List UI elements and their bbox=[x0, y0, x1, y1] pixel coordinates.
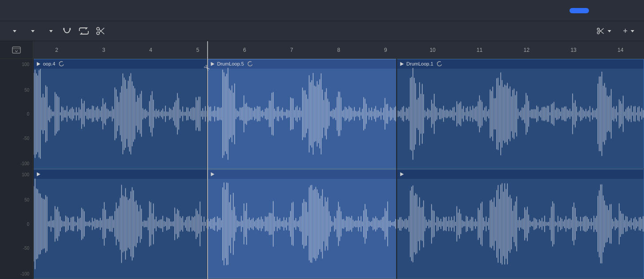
y-label: 0 bbox=[27, 112, 29, 116]
ruler-mark: 2 bbox=[55, 47, 59, 53]
ruler-mark: 11 bbox=[477, 47, 483, 53]
ruler-mark: 13 bbox=[570, 47, 576, 53]
waveform-canvas-1 bbox=[33, 59, 644, 169]
fonctions-menu[interactable] bbox=[24, 28, 39, 34]
y-label: -50 bbox=[23, 246, 29, 251]
tab-piste[interactable] bbox=[569, 8, 589, 13]
waveform-canvas-2 bbox=[33, 169, 644, 279]
tab-fichier[interactable] bbox=[593, 8, 612, 13]
y-label: 50 bbox=[24, 87, 29, 92]
svg-point-7 bbox=[597, 28, 600, 31]
collapse-button[interactable] bbox=[0, 41, 33, 59]
ruler-mark: 9 bbox=[384, 47, 387, 53]
presentation-menu[interactable] bbox=[42, 28, 57, 34]
toolbar-right: + bbox=[592, 25, 639, 38]
main-area: 100500-50-100 100500-50-100 234567891011… bbox=[0, 41, 644, 279]
magnet-icon-btn[interactable] bbox=[60, 24, 74, 38]
left-panel: 100500-50-100 100500-50-100 bbox=[0, 41, 33, 279]
y-label: -100 bbox=[20, 271, 29, 276]
ruler-mark: 6 bbox=[243, 47, 246, 53]
fonctions-chevron bbox=[31, 30, 35, 32]
track-2[interactable] bbox=[33, 169, 644, 279]
add-btn[interactable]: + bbox=[618, 25, 639, 38]
ruler-mark: 14 bbox=[617, 47, 623, 53]
add-chevron bbox=[631, 30, 634, 32]
cursor-line bbox=[207, 41, 208, 279]
track-content[interactable]: 234567891011121314 ✂ bbox=[33, 41, 644, 279]
y-label: 0 bbox=[27, 221, 29, 226]
track-1[interactable]: ✂ bbox=[33, 59, 644, 169]
ruler-mark: 5 bbox=[196, 47, 199, 53]
toolbar: + bbox=[0, 21, 644, 41]
loop-icon-btn[interactable] bbox=[77, 24, 91, 38]
y-label: -100 bbox=[20, 161, 29, 166]
y-label: 50 bbox=[24, 198, 29, 202]
ruler-mark: 12 bbox=[524, 47, 530, 53]
ruler-mark: 3 bbox=[102, 47, 106, 53]
ruler-mark: 10 bbox=[430, 47, 436, 53]
scissors-chevron bbox=[608, 30, 611, 32]
tracks-wrapper: ✂ bbox=[33, 59, 644, 279]
svg-point-6 bbox=[597, 32, 600, 34]
edition-chevron bbox=[13, 30, 16, 32]
scissors-btn[interactable] bbox=[94, 24, 108, 38]
tab-smart-tempo[interactable] bbox=[616, 8, 635, 13]
scissors-right-btn[interactable] bbox=[592, 26, 616, 36]
y-label: -50 bbox=[23, 136, 29, 140]
edition-menu[interactable] bbox=[5, 28, 21, 34]
y-label: 100 bbox=[22, 62, 29, 67]
timeline-ruler: 234567891011121314 bbox=[33, 41, 644, 59]
presentation-chevron bbox=[49, 30, 53, 32]
y-label: 100 bbox=[22, 172, 29, 177]
y-axis-track1: 100500-50-100 bbox=[0, 59, 33, 169]
ruler-mark: 4 bbox=[149, 47, 152, 53]
y-axis-track2: 100500-50-100 bbox=[0, 169, 33, 279]
ruler-mark: 7 bbox=[290, 47, 293, 53]
top-bar bbox=[0, 0, 644, 21]
ruler-mark: 8 bbox=[337, 47, 340, 53]
